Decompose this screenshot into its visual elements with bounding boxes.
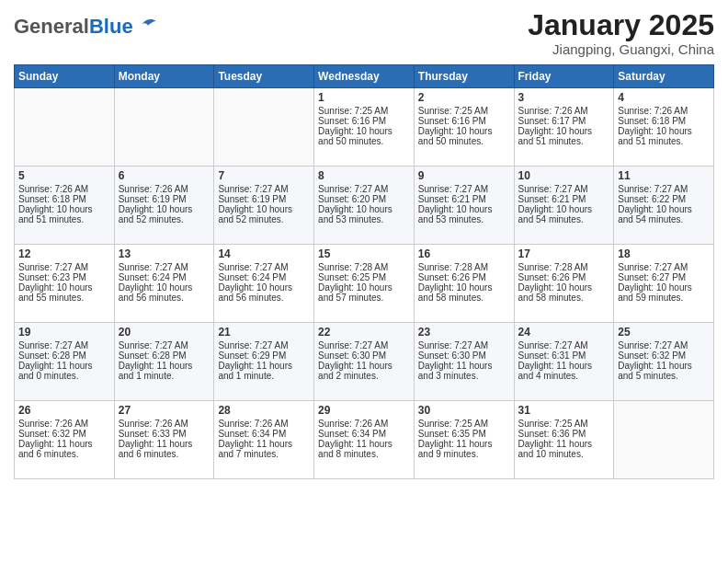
day-info-line: Daylight: 10 hours — [518, 204, 610, 214]
day-number: 7 — [218, 169, 310, 182]
day-info-line: Sunset: 6:16 PM — [318, 116, 410, 126]
calendar-week-row: 1Sunrise: 7:25 AMSunset: 6:16 PMDaylight… — [15, 88, 714, 167]
day-info-line: and 6 minutes. — [119, 449, 210, 459]
day-info-line: Daylight: 11 hours — [18, 439, 110, 449]
day-number: 17 — [518, 247, 610, 260]
day-info-line: Daylight: 11 hours — [318, 361, 410, 371]
day-info-line: Daylight: 11 hours — [119, 361, 210, 371]
calendar-cell: 27Sunrise: 7:26 AMSunset: 6:33 PMDayligh… — [114, 401, 214, 479]
calendar-cell: 31Sunrise: 7:25 AMSunset: 6:36 PMDayligh… — [514, 401, 614, 479]
header-day-sunday: Sunday — [15, 65, 115, 88]
day-info-line: Sunset: 6:36 PM — [518, 429, 610, 439]
day-info-line: Sunrise: 7:27 AM — [318, 340, 410, 350]
day-info-line: and 58 minutes. — [518, 293, 610, 303]
day-info-line: and 3 minutes. — [418, 371, 510, 381]
day-number: 10 — [518, 169, 610, 182]
day-info-line: Sunset: 6:21 PM — [418, 194, 510, 204]
day-info-line: and 6 minutes. — [18, 449, 110, 459]
day-info-line: Sunset: 6:29 PM — [218, 350, 310, 361]
day-info-line: and 5 minutes. — [618, 371, 710, 381]
day-number: 14 — [218, 247, 310, 260]
day-info-line: Sunrise: 7:27 AM — [119, 262, 210, 272]
day-info-line: Sunset: 6:19 PM — [218, 194, 310, 204]
day-info-line: Daylight: 11 hours — [518, 439, 610, 449]
day-info-line: Daylight: 10 hours — [418, 282, 510, 293]
calendar-cell: 9Sunrise: 7:27 AMSunset: 6:21 PMDaylight… — [414, 167, 514, 245]
day-info-line: and 50 minutes. — [418, 136, 510, 146]
day-info-line: Sunrise: 7:27 AM — [518, 184, 610, 194]
day-info-line: Daylight: 10 hours — [518, 126, 610, 136]
day-info-line: Daylight: 10 hours — [418, 126, 510, 136]
header-day-friday: Friday — [514, 65, 614, 88]
day-number: 18 — [618, 247, 710, 260]
calendar-cell: 16Sunrise: 7:28 AMSunset: 6:26 PMDayligh… — [414, 245, 514, 323]
day-info-line: and 4 minutes. — [518, 371, 610, 381]
page-header: GeneralBlue January 2025 Jiangping, Guan… — [14, 9, 714, 57]
day-info-line: and 2 minutes. — [318, 371, 410, 381]
day-info-line: Sunrise: 7:27 AM — [518, 340, 610, 350]
day-number: 2 — [418, 91, 510, 104]
day-info-line: and 55 minutes. — [18, 293, 110, 303]
day-info-line: Sunrise: 7:25 AM — [518, 419, 610, 429]
day-info-line: Sunrise: 7:28 AM — [418, 262, 510, 272]
day-info-line: Daylight: 10 hours — [618, 282, 710, 293]
day-info-line: Sunrise: 7:25 AM — [418, 106, 510, 116]
day-number: 6 — [119, 169, 210, 182]
day-number: 20 — [119, 326, 210, 339]
calendar-cell — [614, 401, 714, 479]
day-info-line: Sunset: 6:21 PM — [518, 194, 610, 204]
day-info-line: and 54 minutes. — [518, 214, 610, 224]
day-info-line: and 52 minutes. — [218, 214, 310, 224]
day-info-line: Sunset: 6:19 PM — [119, 194, 210, 204]
day-info-line: Daylight: 11 hours — [418, 361, 510, 371]
day-info-line: Sunrise: 7:26 AM — [518, 106, 610, 116]
calendar-table: SundayMondayTuesdayWednesdayThursdayFrid… — [14, 64, 714, 479]
day-info-line: Sunrise: 7:27 AM — [418, 184, 510, 194]
day-number: 16 — [418, 247, 510, 260]
calendar-cell: 25Sunrise: 7:27 AMSunset: 6:32 PMDayligh… — [614, 323, 714, 401]
day-info-line: Sunrise: 7:27 AM — [618, 184, 710, 194]
day-info-line: Sunset: 6:26 PM — [518, 272, 610, 282]
calendar-cell: 22Sunrise: 7:27 AMSunset: 6:30 PMDayligh… — [314, 323, 415, 401]
day-info-line: Sunset: 6:32 PM — [18, 429, 110, 439]
day-info-line: and 53 minutes. — [318, 214, 410, 224]
calendar-cell: 10Sunrise: 7:27 AMSunset: 6:21 PMDayligh… — [514, 167, 614, 245]
day-info-line: Daylight: 10 hours — [218, 204, 310, 214]
day-number: 25 — [618, 326, 710, 339]
day-info-line: Daylight: 10 hours — [318, 126, 410, 136]
day-number: 22 — [318, 326, 410, 339]
day-info-line: Daylight: 10 hours — [418, 204, 510, 214]
logo-general-text: General — [14, 15, 89, 38]
calendar-cell: 11Sunrise: 7:27 AMSunset: 6:22 PMDayligh… — [614, 167, 714, 245]
day-info-line: Sunset: 6:18 PM — [18, 194, 110, 204]
day-info-line: Sunset: 6:27 PM — [618, 272, 710, 282]
day-number: 4 — [618, 91, 710, 104]
day-info-line: and 0 minutes. — [18, 371, 110, 381]
day-info-line: and 1 minute. — [218, 371, 310, 381]
day-info-line: Daylight: 10 hours — [18, 282, 110, 293]
day-info-line: Sunset: 6:34 PM — [318, 429, 410, 439]
day-info-line: Daylight: 10 hours — [518, 282, 610, 293]
day-info-line: Sunset: 6:35 PM — [418, 429, 510, 439]
day-number: 1 — [318, 91, 410, 104]
day-info-line: and 51 minutes. — [18, 214, 110, 224]
day-info-line: Daylight: 10 hours — [218, 282, 310, 293]
day-number: 8 — [318, 169, 410, 182]
day-info-line: Sunrise: 7:27 AM — [18, 262, 110, 272]
day-info-line: Sunset: 6:20 PM — [318, 194, 410, 204]
day-info-line: Sunset: 6:30 PM — [318, 350, 410, 361]
day-number: 29 — [318, 404, 410, 417]
calendar-cell: 5Sunrise: 7:26 AMSunset: 6:18 PMDaylight… — [15, 167, 115, 245]
day-info-line: Sunrise: 7:26 AM — [318, 419, 410, 429]
calendar-cell: 26Sunrise: 7:26 AMSunset: 6:32 PMDayligh… — [15, 401, 115, 479]
day-number: 27 — [119, 404, 210, 417]
day-info-line: Sunset: 6:24 PM — [218, 272, 310, 282]
day-info-line: Daylight: 10 hours — [618, 204, 710, 214]
header-day-thursday: Thursday — [414, 65, 514, 88]
calendar-cell: 6Sunrise: 7:26 AMSunset: 6:19 PMDaylight… — [114, 167, 214, 245]
day-number: 31 — [518, 404, 610, 417]
calendar-cell: 8Sunrise: 7:27 AMSunset: 6:20 PMDaylight… — [314, 167, 415, 245]
day-info-line: and 56 minutes. — [218, 293, 310, 303]
day-number: 12 — [18, 247, 110, 260]
day-number: 15 — [318, 247, 410, 260]
